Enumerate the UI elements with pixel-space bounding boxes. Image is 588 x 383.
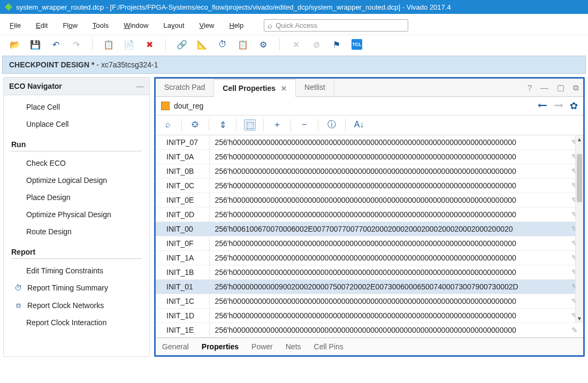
stopwatch-icon[interactable]: ⏱ [217,39,228,50]
panel-tab[interactable]: Scratch Pad [156,79,214,96]
eco-item[interactable]: Edit Timing Constraints [11,262,142,279]
info-icon[interactable]: ⓘ [326,119,338,131]
property-name: INIT_1E [156,323,209,338]
menu-tools[interactable]: Tools [93,21,109,29]
toolbar-separator [279,39,280,50]
property-name: INIT_1D [156,309,209,323]
table-row[interactable]: INIT_0E256'h0000000000000000000000000000… [156,193,583,208]
properties-table: INITP_07256'h000000000000000000000000000… [156,135,583,338]
table-row[interactable]: INITP_07256'h000000000000000000000000000… [156,135,583,150]
table-row[interactable]: INIT_1B256'h0000000000000000000000000000… [156,265,583,280]
undo-icon[interactable]: ↶ [50,39,61,50]
menu-edit[interactable]: Edit [36,21,48,29]
menu-help[interactable]: Help [229,21,243,29]
context-device: - xc7a35tcsg324-1 [94,60,158,69]
search-icon[interactable]: ⌕ [162,120,174,129]
remove-icon[interactable]: − [299,120,310,129]
menu-layout[interactable]: Layout [163,21,184,29]
eco-item[interactable]: ⏱Report Timing Summary [11,279,142,296]
redo-icon[interactable]: ↷ [71,39,81,50]
panel-tab[interactable]: Netlist [296,79,334,96]
property-value: 256'h00000000000000000000000000000000000… [209,164,566,179]
menu-file[interactable]: File [10,21,21,29]
table-row[interactable]: INIT_1E256'h0000000000000000000000000000… [156,323,583,338]
table-row[interactable]: INIT_0C256'h0000000000000000000000000000… [156,179,583,193]
save-icon[interactable]: 💾 [30,39,41,50]
eco-navigator-title: ECO Navigator [9,82,62,90]
eco-item-label: Report Timing Summary [27,284,108,292]
svg-marker-0 [5,3,12,11]
table-row[interactable]: INIT_1D256'h0000000000000000000000000000… [156,309,583,323]
clipboard-icon[interactable]: 📋 [238,39,248,50]
property-value: 256'h006100670070006002E0077007700770020… [209,222,566,236]
hierarchy-icon[interactable]: ⬚ [244,119,256,131]
sub-tab[interactable]: Power [251,342,273,351]
strike-icon[interactable]: ⊘ [311,39,322,50]
close-icon[interactable]: ✕ [281,85,287,93]
collapse-icon[interactable]: — [136,82,144,90]
eco-item[interactable]: Place Cell [11,98,142,116]
toolbar-separator [92,39,93,50]
eco-item[interactable]: Unplace Cell [11,116,142,133]
copy-icon[interactable]: 📋 [103,39,114,50]
search-icon: ⌕ [268,21,272,30]
properties-toolbar: ⌕ ⯐ ⇕ ⬚ ＋ − ⓘ A↓ [156,116,583,135]
sub-tab[interactable]: Properties [202,342,239,351]
edit-pencil-icon[interactable]: ✎ [566,323,583,338]
expand-all-icon[interactable]: ⇕ [217,120,228,130]
menu-window[interactable]: Window [124,21,148,29]
paste-icon[interactable]: 📄 [124,39,134,50]
eco-item[interactable]: Optimize Logical Design [11,172,142,189]
vertical-scrollbar[interactable]: ▲ ▼ [575,135,583,323]
eco-item[interactable]: Optimize Physical Design [11,206,142,223]
menu-flow[interactable]: Flow [63,21,77,29]
eco-item[interactable]: Route Design [11,223,142,240]
table-row[interactable]: INIT_1C256'h0000000000000000000000000000… [156,294,583,309]
delete-icon[interactable]: ✖ [144,39,155,50]
flag-icon[interactable]: ⚑ [331,39,342,50]
property-name: INIT_00 [156,222,209,236]
tcl-console-icon[interactable]: TCL [352,39,362,50]
property-name: INIT_0A [156,150,209,164]
gear-icon[interactable]: ⚙ [258,39,269,50]
table-row[interactable]: INIT_0D256'h0000000000000000000000000000… [156,208,583,222]
panel-tab[interactable]: Cell Properties✕ [214,79,296,97]
maximize-icon[interactable]: ⧉ [569,83,583,93]
scrollbar-thumb[interactable] [577,154,582,202]
scroll-up-icon[interactable]: ▲ [577,135,582,143]
cell-icon [161,102,170,110]
scroll-down-icon[interactable]: ▼ [577,315,582,323]
property-value: 256'h000000000009002000200007500720002E0… [209,280,566,294]
settings-gear-icon[interactable]: ✿ [570,100,578,112]
sub-tab[interactable]: Nets [286,342,301,351]
app-icon [4,3,13,11]
help-icon[interactable]: ? [523,83,536,92]
table-row[interactable]: INIT_1A256'h0000000000000000000000000000… [156,251,583,265]
sub-tab[interactable]: Cell Pins [314,342,343,351]
eco-item[interactable]: Place Design [11,189,142,206]
ruler-icon[interactable]: 📐 [197,39,208,50]
sort-icon[interactable]: A↓ [353,120,365,129]
restore-icon[interactable]: ▢ [553,83,569,93]
collapse-all-icon[interactable]: ⯐ [189,120,201,129]
open-icon[interactable]: 📂 [10,39,20,50]
table-row[interactable]: INIT_0B256'h0000000000000000000000000000… [156,164,583,179]
back-arrow-icon[interactable]: 🠔 [538,101,547,112]
minimize-icon[interactable]: — [536,83,553,92]
table-row[interactable]: INIT_0F256'h0000000000000000000000000000… [156,236,583,251]
eco-item[interactable]: Report Clock Interaction [11,314,142,331]
add-icon[interactable]: ＋ [271,119,283,131]
property-value: 256'h00000000000000000000000000000000000… [209,236,566,251]
eco-item[interactable]: Check ECO [11,155,142,172]
table-row[interactable]: INIT_01256'h0000000000090020002000075007… [156,280,583,294]
menu-view[interactable]: View [200,21,215,29]
link-icon[interactable]: 🔗 [177,39,187,50]
eco-item[interactable]: ⧈Report Clock Networks [11,296,142,314]
table-row[interactable]: INIT_00256'h006100670070006002E007700770… [156,222,583,236]
sub-tab[interactable]: General [162,342,189,351]
forward-arrow-icon[interactable]: 🠖 [554,101,563,112]
cancel-icon[interactable]: ✕ [291,39,301,50]
quick-access-search[interactable]: ⌕ Quick Access [264,19,408,32]
table-row[interactable]: INIT_0A256'h0000000000000000000000000000… [156,150,583,164]
eco-section-label: Report [11,246,142,259]
